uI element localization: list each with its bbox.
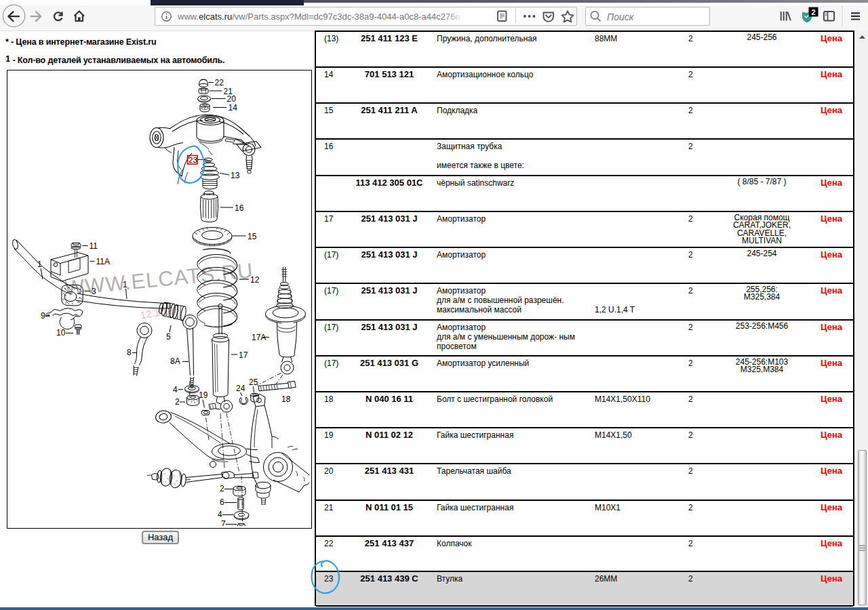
svg-text:12: 12 [250, 275, 260, 285]
svg-text:1: 1 [123, 280, 127, 289]
svg-text:25: 25 [249, 378, 258, 387]
svg-text:8A: 8A [170, 357, 180, 366]
svg-text:13: 13 [231, 171, 240, 180]
svg-text:1: 1 [37, 260, 42, 269]
svg-text:20: 20 [227, 94, 237, 104]
svg-text:17A: 17A [252, 333, 266, 342]
svg-text:6: 6 [220, 497, 224, 507]
svg-text:19: 19 [199, 390, 208, 400]
svg-text:4: 4 [173, 385, 178, 394]
svg-text:2: 2 [175, 397, 180, 407]
svg-text:9: 9 [41, 311, 45, 321]
svg-text:3: 3 [92, 287, 96, 296]
svg-text:15: 15 [248, 232, 257, 241]
svg-text:23: 23 [189, 156, 197, 164]
svg-text:22: 22 [215, 78, 224, 87]
svg-text:4: 4 [218, 510, 222, 519]
svg-text:11A: 11A [96, 257, 110, 266]
svg-text:8: 8 [127, 348, 132, 357]
svg-text:10: 10 [56, 328, 66, 338]
svg-text:18: 18 [281, 394, 291, 404]
svg-text:2: 2 [811, 8, 815, 16]
svg-text:5: 5 [166, 332, 171, 342]
svg-text:7: 7 [221, 519, 226, 526]
svg-text:17: 17 [239, 350, 248, 360]
svg-text:14: 14 [229, 103, 238, 113]
svg-text:24: 24 [236, 384, 245, 393]
svg-text:16: 16 [235, 203, 244, 213]
svg-text:11: 11 [90, 241, 98, 251]
svg-text:2: 2 [220, 484, 224, 493]
